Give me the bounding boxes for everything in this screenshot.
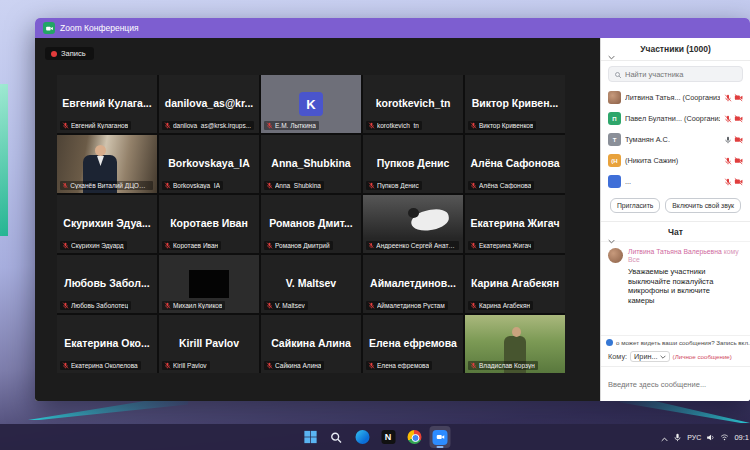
tile-name-label: danilova_as@krsk.irgups... bbox=[162, 121, 254, 130]
participant-search[interactable] bbox=[608, 66, 743, 82]
chat-message-header: Литвина Татьяна Валерьевна кому Все bbox=[628, 248, 743, 265]
participant-tile[interactable]: Виктор Кривен...Виктор Кривенков bbox=[465, 75, 565, 133]
network-icon[interactable] bbox=[720, 428, 729, 446]
participant-tile[interactable]: Kirill PavlovKirill Pavlov bbox=[159, 315, 259, 373]
taskbar-app-icons: N bbox=[300, 424, 451, 450]
participant-tile[interactable]: V. MaltsevV. Maltsev bbox=[261, 255, 361, 313]
volume-icon[interactable] bbox=[706, 428, 715, 446]
chevron-down-icon bbox=[660, 355, 666, 359]
participant-display-name: Евгений Кулага... bbox=[59, 98, 154, 110]
participants-header: Участники (1000) bbox=[601, 38, 750, 61]
clock[interactable]: 09:1 bbox=[734, 433, 749, 442]
participant-display-name: korotkevich_tn bbox=[373, 98, 454, 110]
camera-off-icon bbox=[734, 114, 743, 123]
mic-off-icon bbox=[266, 122, 273, 129]
private-message-note: (Личное сообщение) bbox=[673, 353, 732, 360]
unmute-button[interactable]: Включить свой звук bbox=[665, 198, 741, 213]
participant-display-name: danilova_as@kr... bbox=[162, 98, 256, 110]
participant-tile[interactable]: Коротаев ИванКоротаев Иван bbox=[159, 195, 259, 253]
participant-tile[interactable]: Карина АгабекянКарина Агабекян bbox=[465, 255, 565, 313]
zoom-taskbar-icon bbox=[433, 430, 448, 445]
chat-visibility-notice: о может видеть ваши сообщения? Запись вк… bbox=[601, 335, 750, 349]
tile-name-label: Скурихин Эдуард bbox=[60, 241, 127, 250]
participant-list-item[interactable]: ... bbox=[601, 171, 750, 192]
mic-off-icon bbox=[368, 242, 374, 249]
tile-name-label: Михаил Куликов bbox=[162, 301, 225, 310]
chevron-down-icon[interactable] bbox=[608, 46, 615, 64]
mic-off-icon bbox=[266, 302, 273, 309]
start-icon bbox=[303, 430, 317, 444]
participant-tile[interactable]: Михаил Куликов bbox=[159, 255, 259, 313]
participant-status-icons bbox=[724, 177, 743, 186]
participant-list-item[interactable]: (Н(Никита Сажин) bbox=[601, 150, 750, 171]
participant-list: Литвина Татья... (Соорганизатор)ППавел Б… bbox=[601, 87, 750, 192]
participant-display-name: Екатерина Жигач bbox=[467, 218, 562, 230]
mic-off-icon bbox=[62, 302, 69, 309]
mic-off-icon bbox=[368, 182, 375, 189]
avatar: (Н bbox=[608, 154, 621, 167]
chrome-button[interactable] bbox=[404, 426, 425, 448]
participant-display-name: Елена ефремова bbox=[366, 338, 460, 350]
chat-recipient-dropdown[interactable]: Ирин... bbox=[630, 351, 670, 362]
chat-message-input[interactable] bbox=[608, 380, 743, 389]
search-input[interactable] bbox=[625, 70, 737, 79]
notepad-button[interactable]: N bbox=[378, 426, 399, 448]
tile-name-label: Borkovskaya_IA bbox=[162, 181, 223, 190]
participant-tile[interactable]: Borkovskaya_IABorkovskaya_IA bbox=[159, 135, 259, 193]
language-indicator[interactable]: РУС bbox=[687, 434, 701, 441]
chevron-down-icon[interactable] bbox=[608, 230, 615, 248]
participant-tile[interactable]: Любовь Забол...Любовь Заболотец bbox=[57, 255, 157, 313]
chrome-icon bbox=[407, 430, 421, 444]
participant-tile[interactable]: Елена ефремоваЕлена ефремова bbox=[363, 315, 463, 373]
recording-dot-icon bbox=[51, 51, 57, 57]
participant-display-name: Любовь Забол... bbox=[61, 278, 152, 290]
participant-tile[interactable]: Андреенко Сергей Анатоль... bbox=[363, 195, 463, 253]
participant-tile[interactable]: Владислав Корзун bbox=[465, 315, 565, 373]
window-titlebar[interactable]: Zoom Конференция bbox=[35, 18, 750, 38]
participant-name: (Никита Сажин) bbox=[625, 156, 720, 165]
participant-list-item[interactable]: ТТуманян А.С. bbox=[601, 129, 750, 150]
participant-display-name: Borkovskaya_IA bbox=[165, 158, 253, 170]
participant-display-name: Романов Дмит... bbox=[266, 218, 355, 230]
participant-name: Литвина Татья... (Соорганизатор) bbox=[625, 93, 720, 102]
mic-off-icon bbox=[724, 178, 732, 186]
tray-chevron-up-icon[interactable] bbox=[661, 428, 668, 446]
participant-tile[interactable]: Аймалетдинов...Аймалетдинов Рустам bbox=[363, 255, 463, 313]
system-tray: РУС 09:1 bbox=[661, 424, 749, 450]
participant-tile[interactable]: Алёна СафоноваАлёна Сафонова bbox=[465, 135, 565, 193]
participant-tile[interactable]: danilova_as@kr...danilova_as@krsk.irgups… bbox=[159, 75, 259, 133]
avatar bbox=[608, 248, 623, 263]
tile-name-label: V. Maltsev bbox=[264, 301, 308, 310]
mic-off-icon bbox=[724, 115, 732, 123]
start-button[interactable] bbox=[300, 426, 321, 448]
participant-tile[interactable]: Суханёв Виталий ДЦОМП К... bbox=[57, 135, 157, 193]
recording-indicator[interactable]: Запись bbox=[45, 47, 94, 60]
participant-tile[interactable]: Екатерина Око...Екатерина Околелова bbox=[57, 315, 157, 373]
tile-name-label: Kirill Pavlov bbox=[162, 361, 210, 370]
participant-display-name: Аймалетдинов... bbox=[367, 278, 459, 290]
taskbar: N РУС 09:1 bbox=[0, 424, 750, 450]
mic-off-icon bbox=[368, 302, 375, 309]
participant-list-item[interactable]: ППавел Булатни... (Соорганизатор) bbox=[601, 108, 750, 129]
zoom-button[interactable] bbox=[430, 426, 451, 448]
participant-tile[interactable]: Пупков ДенисПупков Денис bbox=[363, 135, 463, 193]
camera-off-icon bbox=[734, 93, 743, 102]
edge-button[interactable] bbox=[352, 426, 373, 448]
tray-mic-icon[interactable] bbox=[673, 428, 682, 446]
wallpaper-ribbon bbox=[0, 84, 8, 236]
participant-tile[interactable]: Евгений Кулага...Евгений Кулаганов bbox=[57, 75, 157, 133]
mic-off-icon bbox=[470, 242, 477, 249]
chat-footer: о может видеть ваши сообщения? Запись вк… bbox=[601, 335, 750, 401]
invite-button[interactable]: Пригласить bbox=[610, 198, 660, 213]
participant-tile[interactable]: Anna_ShubkinaAnna_Shubkina bbox=[261, 135, 361, 193]
participant-tile[interactable]: Романов Дмит...Романов Дмитрий bbox=[261, 195, 361, 253]
participant-list-item[interactable]: Литвина Татья... (Соорганизатор) bbox=[601, 87, 750, 108]
participant-tile[interactable]: KЕ.М. Лыткина bbox=[261, 75, 361, 133]
participant-tile[interactable]: Сайкина АлинаСайкина Алина bbox=[261, 315, 361, 373]
chat-title: Чат bbox=[668, 227, 683, 237]
participant-tile[interactable]: Екатерина ЖигачЕкатерина Жигач bbox=[465, 195, 565, 253]
participant-display-name: Екатерина Око... bbox=[61, 338, 153, 350]
participant-tile[interactable]: Скурихин Эдуа...Скурихин Эдуард bbox=[57, 195, 157, 253]
search-button[interactable] bbox=[326, 426, 347, 448]
participant-tile[interactable]: korotkevich_tnkorotkevich_tn bbox=[363, 75, 463, 133]
